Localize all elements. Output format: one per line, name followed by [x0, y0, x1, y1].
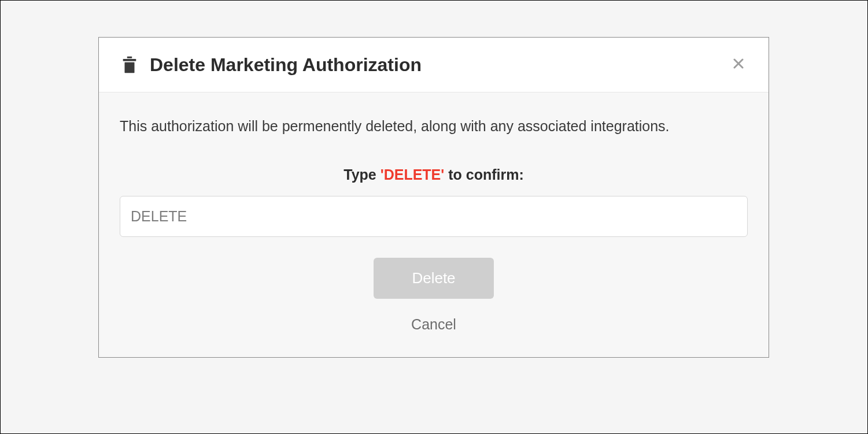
confirm-prefix: Type: [343, 166, 380, 183]
cancel-button[interactable]: Cancel: [411, 316, 456, 333]
modal-body: This authorization will be permenently d…: [99, 92, 769, 357]
confirm-keyword: 'DELETE': [381, 166, 445, 183]
modal-title: Delete Marketing Authorization: [150, 54, 729, 76]
confirm-suffix: to confirm:: [444, 166, 524, 183]
close-button[interactable]: [729, 54, 748, 76]
svg-rect-0: [127, 57, 132, 58]
trash-icon: [120, 55, 139, 75]
close-icon: [732, 55, 745, 74]
confirm-label: Type 'DELETE' to confirm:: [120, 166, 748, 183]
confirm-input[interactable]: [120, 196, 748, 237]
modal-actions: Delete Cancel: [120, 258, 748, 333]
svg-rect-2: [125, 62, 135, 73]
svg-rect-1: [123, 59, 136, 61]
delete-button[interactable]: Delete: [374, 258, 493, 299]
warning-text: This authorization will be permenently d…: [120, 116, 748, 138]
modal-header: Delete Marketing Authorization: [99, 38, 769, 92]
delete-authorization-modal: Delete Marketing Authorization This auth…: [98, 37, 769, 358]
